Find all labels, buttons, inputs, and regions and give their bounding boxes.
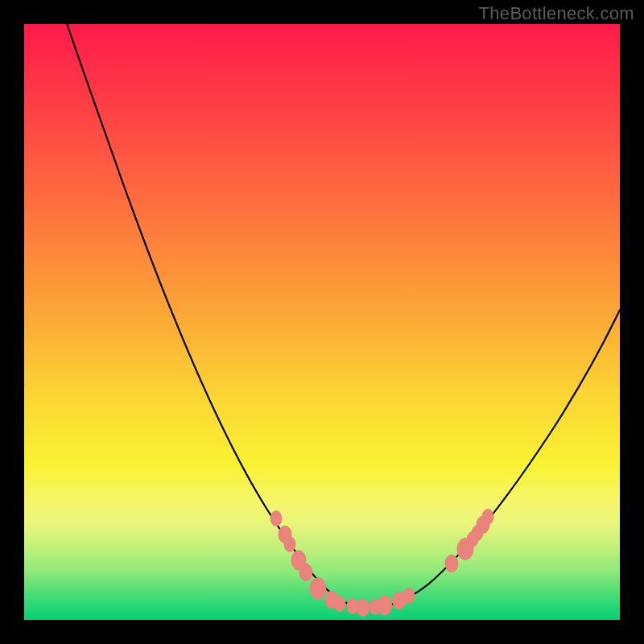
plot-area	[24, 24, 620, 620]
curve-marker	[357, 599, 369, 617]
curve-marker	[334, 597, 345, 612]
watermark-text: TheBottleneck.com	[479, 3, 634, 24]
curve-marker	[299, 564, 312, 581]
curve-marker	[310, 578, 326, 600]
curve-marker	[270, 511, 282, 526]
chart-svg	[24, 24, 620, 620]
gradient-background	[24, 24, 620, 620]
curve-marker	[482, 510, 493, 525]
curve-marker	[445, 555, 458, 572]
curve-marker	[403, 588, 415, 604]
curve-marker	[284, 537, 295, 552]
curve-marker	[378, 596, 392, 615]
chart-frame: TheBottleneck.com	[0, 0, 644, 644]
